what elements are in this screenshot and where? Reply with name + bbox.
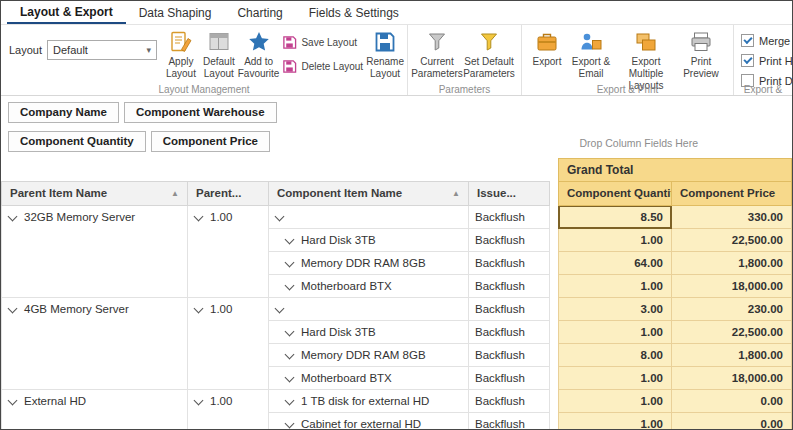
chevron-down-icon[interactable]	[285, 327, 295, 337]
component-qty-cell[interactable]: 1.00	[559, 229, 672, 252]
column-header-parent-item[interactable]: ▲Parent Item Name	[2, 182, 188, 206]
component-qty-cell[interactable]: 3.00	[559, 298, 672, 321]
chevron-down-icon[interactable]	[194, 304, 204, 314]
column-header-issue-method[interactable]: Issue...	[469, 182, 550, 206]
component-price-cell[interactable]: 18,000.00	[672, 367, 792, 390]
component-item-cell[interactable]	[269, 206, 469, 229]
save-layout-button[interactable]: Save Layout	[282, 35, 363, 50]
field-chip-component-warehouse[interactable]: Component Warehouse	[124, 102, 277, 123]
rename-layout-button[interactable]: Rename Layout	[366, 27, 404, 80]
set-default-parameters-button[interactable]: Set Default Parameters	[463, 27, 515, 80]
component-price-cell[interactable]: 0.00	[672, 413, 792, 430]
column-header-parent-qty[interactable]: Parent...	[188, 182, 269, 206]
chevron-down-icon[interactable]	[194, 212, 204, 222]
component-item-cell[interactable]: Cabinet for external HD	[269, 413, 469, 430]
default-layout-button[interactable]: Default Layout	[200, 27, 238, 80]
tab-charting[interactable]: Charting	[224, 2, 295, 24]
chevron-down-icon[interactable]	[285, 396, 295, 406]
column-header-component-qty[interactable]: Component Quantity	[559, 182, 672, 206]
component-item-cell[interactable]: Memory DDR RAM 8GB	[269, 344, 469, 367]
issue-method-cell[interactable]: Backflush	[469, 275, 550, 298]
export-button[interactable]: Export	[525, 27, 569, 68]
chevron-down-icon[interactable]	[285, 419, 295, 429]
layout-select[interactable]: Default ▾	[47, 40, 157, 60]
issue-method-cell[interactable]: Backflush	[469, 206, 550, 229]
chevron-down-icon[interactable]	[285, 350, 295, 360]
component-price-cell[interactable]: 230.00	[672, 298, 792, 321]
component-price-cell[interactable]: 0.00	[672, 390, 792, 413]
component-item-cell[interactable]: Hard Disk 3TB	[269, 229, 469, 252]
column-header-component-item[interactable]: ▲Component Item Name	[269, 182, 469, 206]
chevron-down-icon[interactable]	[285, 235, 295, 245]
component-item-cell[interactable]: 1 TB disk for external HD	[269, 390, 469, 413]
issue-method-cell[interactable]: Backflush	[469, 298, 550, 321]
chevron-down-icon[interactable]	[285, 258, 295, 268]
component-qty-cell[interactable]: 1.00	[559, 413, 672, 430]
issue-method-cell[interactable]: Backflush	[469, 367, 550, 390]
spacer-cell	[550, 413, 559, 430]
parent-item-cell[interactable]: External HD	[2, 390, 188, 430]
chevron-down-icon: ▾	[147, 45, 152, 55]
group-label-layout-management: Layout Management	[1, 84, 407, 95]
chevron-down-icon[interactable]	[8, 212, 18, 222]
parent-qty-cell[interactable]: 1.00	[188, 390, 269, 430]
current-parameters-button[interactable]: Current Parameters	[411, 27, 463, 80]
component-price-cell[interactable]: 18,000.00	[672, 275, 792, 298]
component-item-cell[interactable]: Motherboard BTX	[269, 367, 469, 390]
issue-method-cell[interactable]: Backflush	[469, 229, 550, 252]
export-email-label: Export & Email	[569, 56, 613, 80]
chevron-down-icon[interactable]	[194, 396, 204, 406]
add-to-favourite-button[interactable]: Add to Favourite	[238, 27, 280, 80]
parent-item-cell[interactable]: 4GB Memory Server	[2, 298, 188, 390]
issue-method-cell[interactable]: Backflush	[469, 390, 550, 413]
parent-qty-cell[interactable]: 1.00	[188, 206, 269, 298]
export-multiple-layouts-button[interactable]: Export Multiple Layouts	[613, 27, 679, 91]
issue-method-cell[interactable]: Backflush	[469, 413, 550, 430]
component-price-cell[interactable]: 1,800.00	[672, 252, 792, 275]
cell-text: Memory DDR RAM 8GB	[301, 349, 426, 361]
component-price-cell[interactable]: 330.00	[672, 206, 792, 229]
delete-layout-button[interactable]: Delete Layout	[282, 59, 363, 74]
export-label: Export	[533, 56, 562, 68]
component-qty-cell[interactable]: 1.00	[559, 367, 672, 390]
cell-text: 1.00	[210, 211, 232, 223]
component-price-cell[interactable]: 22,500.00	[672, 229, 792, 252]
issue-method-cell[interactable]: Backflush	[469, 344, 550, 367]
field-chip-company-name[interactable]: Company Name	[8, 102, 119, 123]
component-item-cell[interactable]: Motherboard BTX	[269, 275, 469, 298]
export-email-button[interactable]: Export & Email	[569, 27, 613, 80]
component-qty-cell[interactable]: 8.50	[559, 206, 672, 229]
tab-data-shaping[interactable]: Data Shaping	[126, 2, 225, 24]
issue-method-cell[interactable]: Backflush	[469, 252, 550, 275]
parent-item-cell[interactable]: 32GB Memory Server	[2, 206, 188, 298]
component-qty-cell[interactable]: 8.00	[559, 344, 672, 367]
merge-cells-checkbox[interactable]: Merge Cells	[741, 34, 792, 47]
field-chip-component-quantity[interactable]: Component Quantity	[8, 131, 146, 152]
grand-total-header[interactable]: Grand Total	[559, 159, 792, 182]
issue-method-cell[interactable]: Backflush	[469, 321, 550, 344]
chevron-down-icon[interactable]	[275, 212, 285, 222]
tab-fields-settings[interactable]: Fields & Settings	[296, 2, 412, 24]
print-headers-checkbox[interactable]: Print Headers	[741, 54, 792, 67]
chevron-down-icon[interactable]	[275, 304, 285, 314]
chevron-down-icon[interactable]	[285, 373, 295, 383]
chevron-down-icon[interactable]	[285, 281, 295, 291]
component-price-cell[interactable]: 1,800.00	[672, 344, 792, 367]
column-header-component-price[interactable]: Component Price	[672, 182, 792, 206]
component-price-cell[interactable]: 22,500.00	[672, 321, 792, 344]
component-qty-cell[interactable]: 64.00	[559, 252, 672, 275]
component-item-cell[interactable]: Hard Disk 3TB	[269, 321, 469, 344]
tab-layout-export[interactable]: Layout & Export	[7, 1, 126, 24]
apply-layout-button[interactable]: Apply Layout	[162, 27, 200, 80]
delete-layout-label: Delete Layout	[301, 61, 363, 72]
chevron-down-icon[interactable]	[8, 396, 18, 406]
component-qty-cell[interactable]: 1.00	[559, 275, 672, 298]
component-item-cell[interactable]	[269, 298, 469, 321]
field-chip-component-price[interactable]: Component Price	[151, 131, 270, 152]
print-preview-button[interactable]: Print Preview	[679, 27, 723, 80]
component-item-cell[interactable]: Memory DDR RAM 8GB	[269, 252, 469, 275]
chevron-down-icon[interactable]	[8, 304, 18, 314]
parent-qty-cell[interactable]: 1.00	[188, 298, 269, 390]
component-qty-cell[interactable]: 1.00	[559, 390, 672, 413]
component-qty-cell[interactable]: 1.00	[559, 321, 672, 344]
